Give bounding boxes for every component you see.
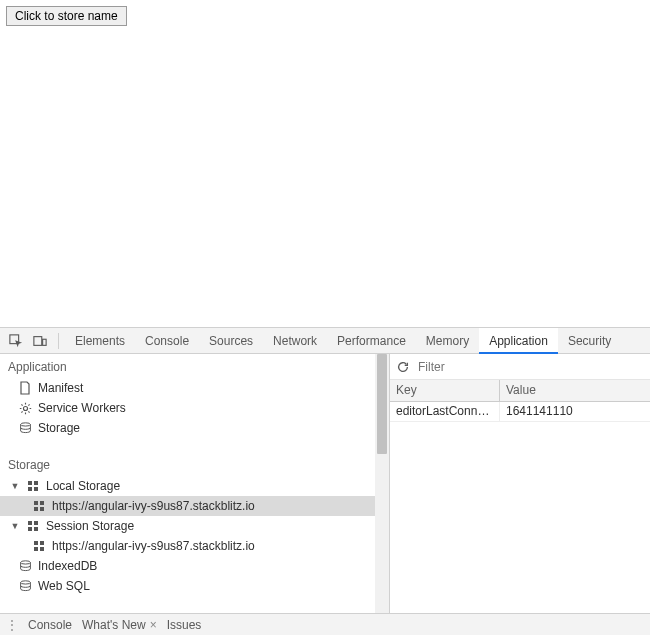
drawer-tab-console[interactable]: Console — [28, 618, 72, 632]
tab-memory[interactable]: Memory — [416, 328, 479, 354]
chevron-down-icon: ▼ — [10, 521, 20, 531]
item-label: IndexedDB — [38, 559, 97, 573]
svg-point-4 — [20, 422, 30, 425]
svg-rect-6 — [34, 481, 38, 485]
cell-key: editorLastConnec... — [390, 402, 500, 421]
column-value[interactable]: Value — [500, 380, 650, 401]
svg-rect-5 — [28, 481, 32, 485]
item-label: Manifest — [38, 381, 83, 395]
devtools-panel: Elements Console Sources Network Perform… — [0, 327, 650, 635]
sidebar-content: Application Manifest Service Workers — [0, 354, 375, 613]
table-row[interactable]: editorLastConnec... 1641141110 — [390, 402, 650, 422]
document-icon — [18, 381, 32, 395]
close-icon[interactable]: × — [150, 618, 157, 632]
section-storage: Storage — [0, 452, 375, 476]
sidebar-scrollbar[interactable] — [375, 354, 389, 613]
svg-rect-12 — [40, 507, 44, 511]
svg-rect-11 — [34, 507, 38, 511]
tree-session-storage[interactable]: ▼ Session Storage — [0, 516, 375, 536]
tree-local-storage[interactable]: ▼ Local Storage — [0, 476, 375, 496]
application-sidebar: Application Manifest Service Workers — [0, 354, 390, 613]
gear-icon — [18, 401, 32, 415]
item-label: Session Storage — [46, 519, 134, 533]
filter-bar — [390, 354, 650, 380]
sidebar-item-storage[interactable]: Storage — [0, 418, 375, 438]
devtools-drawer: ⋮ Console What's New × Issues — [0, 613, 650, 635]
section-application: Application — [0, 354, 375, 378]
grid-icon — [26, 519, 40, 533]
tab-performance[interactable]: Performance — [327, 328, 416, 354]
svg-rect-9 — [34, 501, 38, 505]
grid-icon — [32, 539, 46, 553]
filter-input[interactable] — [418, 360, 644, 374]
drawer-tab-whats-new[interactable]: What's New × — [82, 618, 157, 632]
chevron-down-icon: ▼ — [10, 481, 20, 491]
spacer — [0, 438, 375, 452]
tree-session-storage-origin[interactable]: https://angular-ivy-s9us87.stackblitz.io — [0, 536, 375, 556]
item-label: Local Storage — [46, 479, 120, 493]
grid-icon — [26, 479, 40, 493]
tab-elements[interactable]: Elements — [65, 328, 135, 354]
sidebar-item-service-workers[interactable]: Service Workers — [0, 398, 375, 418]
devtools-tabbar: Elements Console Sources Network Perform… — [0, 328, 650, 354]
page-viewport: Click to store name — [0, 0, 650, 327]
scrollbar-thumb[interactable] — [377, 354, 387, 454]
database-icon — [18, 579, 32, 593]
storage-content-pane: Key Value editorLastConnec... 1641141110 — [390, 354, 650, 613]
svg-rect-18 — [40, 541, 44, 545]
inspect-icon[interactable] — [8, 333, 24, 349]
tab-network[interactable]: Network — [263, 328, 327, 354]
sidebar-item-manifest[interactable]: Manifest — [0, 378, 375, 398]
drawer-tab-label: What's New — [82, 618, 146, 632]
svg-point-22 — [20, 580, 30, 583]
devtools-body: Application Manifest Service Workers — [0, 354, 650, 613]
tree-websql[interactable]: Web SQL — [0, 576, 375, 596]
item-label: Web SQL — [38, 579, 90, 593]
tree-indexeddb[interactable]: IndexedDB — [0, 556, 375, 576]
svg-rect-7 — [28, 487, 32, 491]
svg-rect-14 — [34, 521, 38, 525]
cell-value: 1641141110 — [500, 402, 650, 421]
svg-rect-2 — [43, 339, 47, 345]
tab-console[interactable]: Console — [135, 328, 199, 354]
tab-application[interactable]: Application — [479, 328, 558, 354]
tab-security[interactable]: Security — [558, 328, 621, 354]
svg-rect-20 — [40, 547, 44, 551]
item-label: https://angular-ivy-s9us87.stackblitz.io — [52, 539, 255, 553]
svg-rect-1 — [34, 336, 42, 345]
svg-rect-16 — [34, 527, 38, 531]
drawer-tab-issues[interactable]: Issues — [167, 618, 202, 632]
kebab-icon[interactable]: ⋮ — [6, 618, 18, 632]
tree-local-storage-origin[interactable]: https://angular-ivy-s9us87.stackblitz.io — [0, 496, 375, 516]
svg-rect-19 — [34, 547, 38, 551]
svg-point-3 — [23, 406, 27, 410]
database-icon — [18, 421, 32, 435]
svg-point-21 — [20, 560, 30, 563]
kv-table-header: Key Value — [390, 380, 650, 402]
svg-rect-8 — [34, 487, 38, 491]
tab-separator — [58, 333, 59, 349]
device-toggle-icon[interactable] — [32, 333, 48, 349]
svg-rect-15 — [28, 527, 32, 531]
item-label: Service Workers — [38, 401, 126, 415]
grid-icon — [32, 499, 46, 513]
store-name-button[interactable]: Click to store name — [6, 6, 127, 26]
refresh-icon[interactable] — [396, 360, 410, 374]
column-key[interactable]: Key — [390, 380, 500, 401]
database-icon — [18, 559, 32, 573]
item-label: Storage — [38, 421, 80, 435]
svg-rect-10 — [40, 501, 44, 505]
item-label: https://angular-ivy-s9us87.stackblitz.io — [52, 499, 255, 513]
svg-rect-13 — [28, 521, 32, 525]
svg-rect-17 — [34, 541, 38, 545]
tab-sources[interactable]: Sources — [199, 328, 263, 354]
